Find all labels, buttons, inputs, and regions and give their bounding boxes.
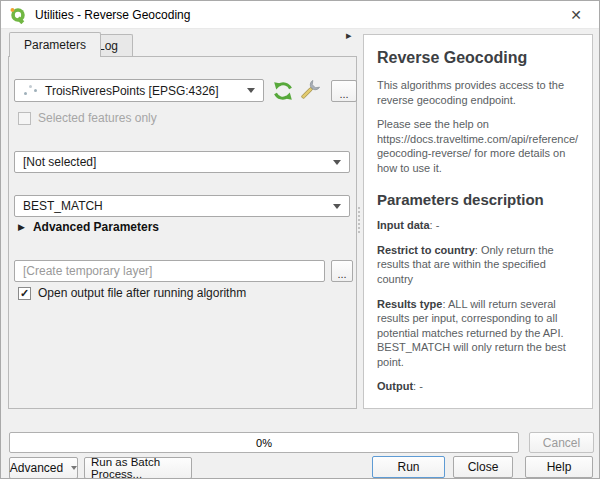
splitter-handle[interactable] <box>358 207 361 233</box>
output-browse-button[interactable]: ... <box>331 260 353 282</box>
close-button[interactable]: Close <box>453 456 513 478</box>
restrict-country-combobox[interactable]: [Not selected] <box>14 151 350 173</box>
output-field-wrap <box>14 260 325 282</box>
qgis-logo-icon <box>9 6 27 24</box>
advanced-menu-button[interactable]: Advanced <box>9 457 78 479</box>
advanced-parameters-label: Advanced Parameters <box>33 220 159 234</box>
help-button[interactable]: Help <box>525 456 593 478</box>
cancel-button[interactable]: Cancel <box>529 432 594 453</box>
wrench-icon <box>298 80 320 102</box>
restrict-country-value: [Not selected] <box>23 155 96 169</box>
help-title: Reverse Geocoding <box>377 47 579 68</box>
help-param-results-type: Results type: ALL will return several re… <box>377 297 579 370</box>
input-data-value: TroisRiveresPoints [EPSG:4326] <box>45 84 219 98</box>
tab-parameters[interactable]: Parameters <box>9 32 101 57</box>
tab-parameters-label: Parameters <box>24 38 86 52</box>
advanced-parameters-expander[interactable]: ▶ Advanced Parameters <box>18 220 159 234</box>
iterate-over-layer-button[interactable] <box>272 80 294 102</box>
progress-bar: 0% <box>9 432 519 453</box>
window-title: Utilities - Reverse Geocoding <box>35 8 190 22</box>
checkbox-checked-icon: ✓ <box>18 287 31 300</box>
help-param-output: Output: - <box>377 379 579 394</box>
dialog-window: Utilities - Reverse Geocoding ✕ Paramete… <box>0 0 600 479</box>
results-type-value: BEST_MATCH <box>23 199 103 213</box>
selected-features-checkbox[interactable]: Selected features only <box>18 111 157 125</box>
iterate-icon <box>272 80 294 102</box>
open-output-checkbox[interactable]: ✓ Open output file after running algorit… <box>18 286 246 300</box>
expander-arrow-icon: ▶ <box>18 222 25 232</box>
help-param-input-data: Input data: - <box>377 218 579 233</box>
close-icon[interactable]: ✕ <box>561 3 591 27</box>
chevron-down-icon <box>247 88 255 93</box>
help-panel-collapse-icon[interactable]: ▸ <box>346 29 352 42</box>
results-type-combobox[interactable]: BEST_MATCH <box>14 195 350 217</box>
chevron-down-icon <box>71 466 77 470</box>
input-data-browse-button[interactable]: ... <box>331 80 357 102</box>
progress-value: 0% <box>256 437 272 449</box>
run-as-batch-button[interactable]: Run as Batch Process... <box>84 457 192 479</box>
input-data-combobox[interactable]: TroisRiveresPoints [EPSG:4326] <box>14 79 264 102</box>
point-layer-icon <box>23 84 39 98</box>
help-param-restrict: Restrict to country: Only return the res… <box>377 243 579 287</box>
help-panel: Reverse Geocoding This algorithms provid… <box>363 34 593 409</box>
advanced-options-button[interactable] <box>298 80 320 102</box>
chevron-down-icon <box>333 160 341 165</box>
chevron-down-icon <box>333 204 341 209</box>
help-params-heading: Parameters description <box>377 191 579 208</box>
help-intro: This algorithms provides access to the r… <box>377 78 579 107</box>
output-input[interactable] <box>23 264 316 278</box>
title-bar: Utilities - Reverse Geocoding ✕ <box>1 1 599 29</box>
help-see-also: Please see the help on https://docs.trav… <box>377 117 579 175</box>
selected-features-label: Selected features only <box>38 111 157 125</box>
run-button[interactable]: Run <box>372 456 445 478</box>
checkbox-unchecked-icon <box>18 112 31 125</box>
open-output-label: Open output file after running algorithm <box>38 286 246 300</box>
